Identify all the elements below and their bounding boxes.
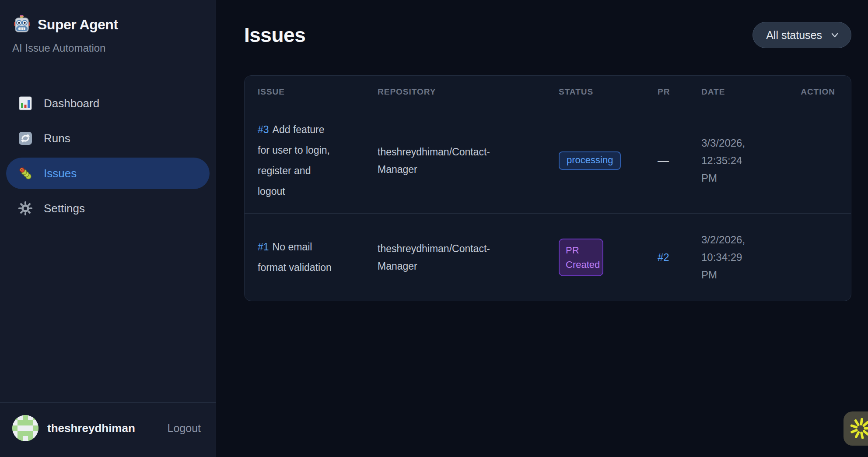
column-header-action: Action xyxy=(784,87,835,97)
pr-link[interactable]: #2 xyxy=(658,251,669,263)
column-header-pr: PR xyxy=(658,87,701,97)
pr-cell: — xyxy=(658,154,701,168)
username: theshreydhiman xyxy=(47,422,135,435)
column-header-status: Status xyxy=(559,87,658,97)
app-title: Super Agent xyxy=(38,17,118,33)
bug-icon xyxy=(18,165,33,181)
spark-asterisk-icon xyxy=(849,417,868,440)
table-row: #3Add feature for user to login, registe… xyxy=(245,108,851,213)
main-header: Issues All statuses xyxy=(244,22,851,48)
bar-chart-icon xyxy=(18,95,33,111)
repository-cell: theshreydhiman/Contact-Manager xyxy=(378,143,509,178)
gear-icon xyxy=(18,200,33,216)
pr-cell: #2 xyxy=(658,251,701,264)
table-row: #1No email format validation theshreydhi… xyxy=(245,213,851,301)
sidebar: Super Agent AI Issue Automation Dashboar… xyxy=(0,0,216,457)
column-header-repository: Repository xyxy=(378,87,559,97)
page-title: Issues xyxy=(244,23,305,47)
status-cell: PR Created xyxy=(559,239,658,276)
status-cell: processing xyxy=(559,151,658,170)
refresh-arrows-icon xyxy=(18,130,33,146)
status-filter-value: All statuses xyxy=(766,29,822,42)
sidebar-item-issues[interactable]: Issues xyxy=(6,158,210,189)
sidebar-footer: theshreydhiman Logout xyxy=(0,402,216,457)
pr-empty-dash: — xyxy=(658,154,669,167)
issue-number: #3 xyxy=(258,124,269,135)
issue-cell: #3Add feature for user to login, registe… xyxy=(258,120,336,202)
date-cell: 3/3/2026, 12:35:24 PM xyxy=(701,134,755,187)
sidebar-nav: Dashboard Runs xyxy=(0,88,216,224)
logo-section: Super Agent AI Issue Automation xyxy=(0,0,216,54)
sidebar-item-dashboard[interactable]: Dashboard xyxy=(6,88,210,119)
repository-cell: theshreydhiman/Contact-Manager xyxy=(378,240,509,275)
issues-table: Issue Repository Status PR Date Action #… xyxy=(244,75,851,301)
app-subtitle: AI Issue Automation xyxy=(12,42,203,54)
table-header-row: Issue Repository Status PR Date Action xyxy=(245,76,851,108)
date-cell: 3/2/2026, 10:34:29 PM xyxy=(701,231,755,284)
main-content: Issues All statuses Issue Repository Sta… xyxy=(216,0,868,457)
identicon-avatar xyxy=(12,415,38,441)
logout-button[interactable]: Logout xyxy=(168,422,201,435)
spark-widget-button[interactable] xyxy=(844,411,868,446)
column-header-date: Date xyxy=(701,87,784,97)
issue-number: #1 xyxy=(258,241,269,253)
sidebar-item-label: Dashboard xyxy=(44,97,99,110)
robot-icon xyxy=(12,15,32,34)
column-header-issue: Issue xyxy=(258,87,378,97)
issue-cell: #1No email format validation xyxy=(258,237,336,278)
sidebar-item-label: Runs xyxy=(44,132,70,145)
sidebar-item-runs[interactable]: Runs xyxy=(6,123,210,154)
sidebar-item-label: Settings xyxy=(44,202,85,215)
sidebar-item-label: Issues xyxy=(44,167,77,180)
sidebar-item-settings[interactable]: Settings xyxy=(6,193,210,224)
status-badge: processing xyxy=(559,151,621,170)
status-filter-dropdown[interactable]: All statuses xyxy=(752,22,851,48)
status-badge: PR Created xyxy=(559,239,603,276)
chevron-down-icon xyxy=(830,30,840,40)
